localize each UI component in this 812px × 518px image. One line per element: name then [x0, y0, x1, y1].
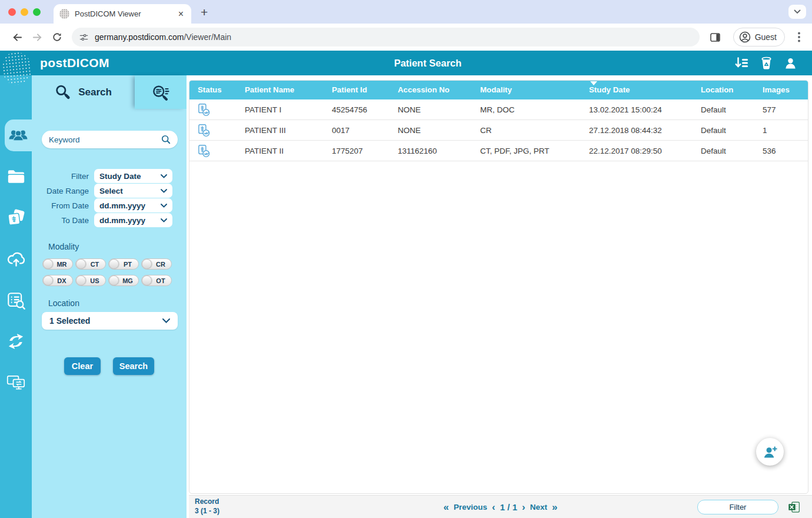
side-panel-icon: [710, 33, 720, 42]
location-select[interactable]: 1 Selected: [42, 312, 178, 330]
cell-location: Default: [693, 141, 754, 161]
cell-images: 1: [754, 120, 808, 141]
new-tab-button[interactable]: +: [201, 6, 208, 18]
last-page-icon[interactable]: »: [552, 502, 557, 512]
page-indicator: 1 / 1: [500, 502, 517, 512]
brand-dicom: DICOM: [67, 56, 109, 69]
sidebar-item-sync[interactable]: [0, 326, 32, 357]
sidebar-item-share-screens[interactable]: [0, 367, 32, 399]
sort-desc-icon: [590, 81, 597, 85]
toggle-knob: [142, 259, 152, 269]
cell-patient-id: 0017: [324, 120, 390, 141]
from-date-label: From Date: [32, 201, 94, 210]
next-button[interactable]: Next: [530, 503, 547, 512]
reload-icon: [52, 32, 62, 42]
add-patient-fab[interactable]: [756, 438, 784, 466]
window-zoom-button[interactable]: [33, 8, 41, 16]
column-images[interactable]: Images: [754, 81, 808, 99]
cell-modality: CT, PDF, JPG, PRT: [472, 141, 581, 161]
keyword-field-wrap: [42, 131, 178, 148]
back-button[interactable]: [7, 27, 27, 47]
keyword-input[interactable]: [49, 135, 161, 144]
cloud-upload-icon: [6, 251, 26, 267]
address-bar[interactable]: germany.postdicom.com/Viewer/Main: [72, 28, 700, 47]
toggle-knob: [76, 275, 86, 285]
sidebar-item-patients[interactable]: [5, 119, 32, 151]
clear-button[interactable]: Clear: [64, 357, 101, 375]
tab-advanced-search[interactable]: [135, 75, 187, 109]
to-date-label: To Date: [32, 216, 94, 225]
to-date-select[interactable]: dd.mm.yyyy: [94, 213, 172, 227]
keyword-search-icon[interactable]: [161, 135, 171, 144]
column-modality[interactable]: Modality: [472, 81, 581, 99]
date-range-select[interactable]: Select: [94, 184, 172, 198]
search-button[interactable]: Search: [113, 357, 154, 375]
tab-basic-search[interactable]: Search: [32, 75, 135, 109]
postdicom-favicon: [59, 9, 69, 19]
filter-select[interactable]: Study Date: [94, 169, 172, 183]
modality-toggle-us[interactable]: US: [75, 275, 106, 286]
search-icon: [55, 84, 71, 100]
sidebar-item-order-search[interactable]: [0, 284, 32, 316]
header-actions: [734, 57, 797, 69]
cell-location: Default: [693, 120, 754, 141]
export-excel-button[interactable]: [788, 501, 800, 513]
column-status[interactable]: Status: [189, 81, 237, 99]
tab-close-icon[interactable]: ×: [177, 9, 185, 19]
from-date-select[interactable]: dd.mm.yyyy: [94, 198, 172, 212]
download-queue-button[interactable]: [734, 57, 748, 69]
url-text: germany.postdicom.com/Viewer/Main: [95, 32, 231, 42]
browser-menu-button[interactable]: [793, 32, 805, 42]
date-filter-form: Filter Study Date Date Range Select: [32, 169, 187, 227]
modality-label: Modality: [48, 242, 187, 251]
previous-button[interactable]: Previous: [454, 503, 487, 512]
column-patient-id[interactable]: Patient Id: [324, 81, 390, 99]
results-area: Status Patient Name Patient Id Accession…: [187, 75, 812, 518]
forward-button[interactable]: [27, 27, 47, 47]
side-panel-button[interactable]: [705, 27, 726, 47]
modality-toggle-mr[interactable]: MR: [42, 258, 73, 270]
modality-toggle-cr[interactable]: CR: [141, 258, 172, 270]
next-page-icon[interactable]: ›: [522, 502, 525, 512]
first-page-icon[interactable]: «: [444, 502, 449, 512]
sidebar-item-folders[interactable]: [0, 161, 32, 192]
location-label: Location: [48, 298, 187, 308]
kebab-menu-icon: [798, 32, 800, 42]
record-count: Record 3 (1 - 3): [195, 497, 219, 516]
image-stack-icon: [7, 209, 25, 227]
chevron-down-icon: [161, 174, 167, 178]
modality-toggle-pt[interactable]: PT: [108, 258, 139, 270]
browser-tab[interactable]: PostDICOM Viewer ×: [54, 4, 191, 24]
footer-filter-button[interactable]: Filter: [697, 500, 778, 514]
window-minimize-button[interactable]: [21, 8, 28, 16]
tab-search-chevron-button[interactable]: [788, 5, 806, 19]
table-row[interactable]: PATIENT I 45254756 NONE MR, DOC 13.02.20…: [189, 99, 808, 120]
modality-toggle-ot[interactable]: OT: [141, 275, 172, 286]
reload-button[interactable]: [47, 27, 67, 47]
window-close-button[interactable]: [8, 8, 16, 16]
column-study-date[interactable]: Study Date: [581, 81, 693, 99]
cell-patient-name: PATIENT III: [237, 120, 324, 141]
cell-location: Default: [693, 99, 754, 120]
filter-value: Study Date: [99, 172, 141, 181]
url-domain: germany.postdicom.com: [95, 32, 184, 42]
column-location[interactable]: Location: [693, 81, 754, 99]
column-accession-no[interactable]: Accession No: [390, 81, 472, 99]
modality-toggle-dx[interactable]: DX: [42, 275, 73, 286]
previous-page-icon[interactable]: ‹: [492, 502, 495, 512]
cell-patient-name: PATIENT II: [237, 141, 324, 161]
sidebar-item-dicom-images[interactable]: [0, 202, 32, 234]
table-row[interactable]: PATIENT III 0017 NONE CR 27.12.2018 08:4…: [189, 120, 808, 141]
sidebar-item-cloud-upload[interactable]: [0, 243, 32, 275]
recycle-bin-button[interactable]: [761, 57, 772, 69]
excel-icon: [788, 501, 800, 513]
column-patient-name[interactable]: Patient Name: [237, 81, 324, 99]
modality-toggle-mg[interactable]: MG: [108, 275, 139, 286]
modality-toggle-ct[interactable]: CT: [75, 258, 106, 270]
account-button[interactable]: [784, 57, 797, 69]
profile-button[interactable]: Guest: [733, 28, 785, 47]
date-range-value: Select: [99, 187, 123, 195]
to-date-value: dd.mm.yyyy: [99, 216, 145, 225]
chevron-down-icon: [161, 204, 167, 208]
table-row[interactable]: PATIENT II 1775207 131162160 CT, PDF, JP…: [189, 141, 808, 161]
